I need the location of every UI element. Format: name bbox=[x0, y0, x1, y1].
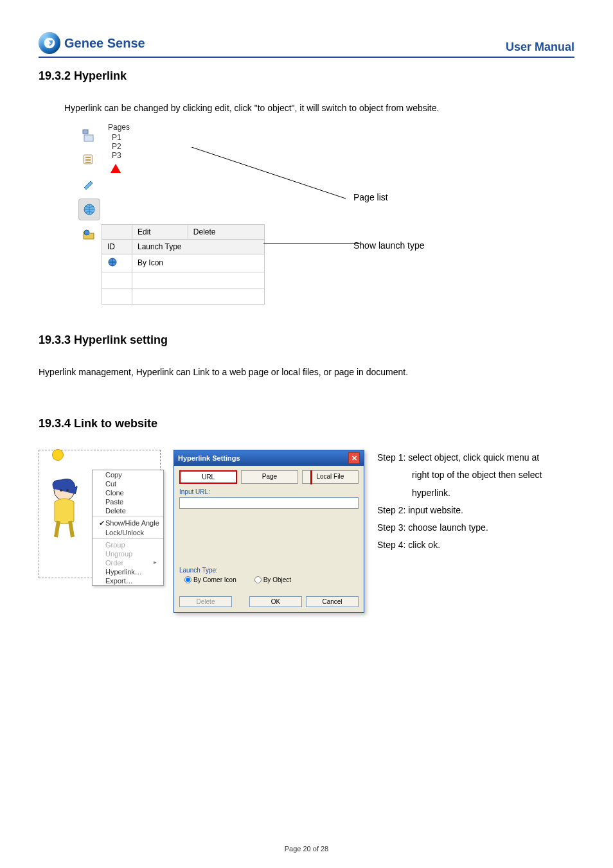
svg-rect-0 bbox=[83, 130, 88, 134]
figure-page-panel: Pages P1 P2 P3 Edit Delete ID Launch Typ… bbox=[77, 121, 574, 321]
hyperlink-dialog: Hyperlink Settings ✕ URL Page Local File… bbox=[173, 450, 364, 613]
cancel-button[interactable]: Cancel bbox=[306, 596, 359, 607]
step-4: Step 4: click ok. bbox=[377, 537, 574, 553]
brand-text: Genee Sense bbox=[64, 36, 145, 51]
menu-group: Group bbox=[93, 540, 163, 549]
brand: Genee Sense bbox=[39, 32, 145, 54]
delete-button: Delete bbox=[179, 596, 232, 607]
intro-1932: Hyperlink can be changed by clicking edi… bbox=[39, 102, 574, 115]
page-header: Genee Sense User Manual bbox=[39, 32, 574, 58]
heading-1932: 19.3.2 Hyperlink bbox=[39, 69, 574, 83]
toolbar-icon-folder[interactable] bbox=[78, 224, 99, 245]
heading-1934: 19.3.4 Link to website bbox=[39, 417, 574, 430]
table-row[interactable] bbox=[102, 288, 265, 304]
table-row[interactable]: By Icon bbox=[102, 254, 265, 272]
step-1a: Step 1: select object, click quick menu … bbox=[377, 450, 574, 466]
pages-header: Pages bbox=[102, 121, 265, 133]
menu-clone[interactable]: Clone bbox=[93, 488, 163, 497]
page-item-p2[interactable]: P2 bbox=[102, 142, 265, 151]
menu-showhide-angle[interactable]: ✔Show/Hide Angle bbox=[93, 518, 163, 528]
radio-by-icon[interactable]: By Corner Icon bbox=[184, 576, 236, 583]
dialog-titlebar: Hyperlink Settings ✕ bbox=[174, 450, 364, 466]
id-header: ID bbox=[102, 239, 132, 254]
menu-delete[interactable]: Delete bbox=[93, 506, 163, 515]
logo-icon bbox=[39, 32, 60, 54]
cartoon-image bbox=[42, 476, 87, 540]
toolbar-icon-globe[interactable] bbox=[78, 199, 100, 220]
menu-lock-unlock[interactable]: Lock/Unlock bbox=[93, 528, 163, 537]
input-url-label: Input URL: bbox=[179, 488, 359, 495]
row-launch-value: By Icon bbox=[132, 254, 265, 272]
intro-1933: Hyperlink management, Hyperlink can Link… bbox=[39, 366, 574, 379]
delete-column[interactable]: Delete bbox=[188, 224, 264, 239]
ok-button[interactable]: OK bbox=[249, 596, 302, 607]
menu-export[interactable]: Export… bbox=[93, 576, 163, 585]
close-button[interactable]: ✕ bbox=[348, 452, 360, 464]
dialog-title: Hyperlink Settings bbox=[178, 454, 240, 462]
step-1c: hyperlink. bbox=[377, 485, 574, 501]
table-row[interactable] bbox=[102, 272, 265, 288]
hyperlink-row-icon bbox=[107, 257, 118, 267]
step-3: Step 3: choose launch type. bbox=[377, 520, 574, 536]
url-input[interactable] bbox=[179, 497, 359, 509]
menu-paste[interactable]: Paste bbox=[93, 497, 163, 506]
menu-copy[interactable]: Copy bbox=[93, 470, 163, 479]
edit-column[interactable]: Edit bbox=[132, 224, 188, 239]
callout-line bbox=[263, 244, 360, 244]
heading-1933: 19.3.3 Hyperlink setting bbox=[39, 333, 574, 347]
toolbar-icon-draw[interactable] bbox=[78, 174, 99, 195]
menu-hyperlink[interactable]: Hyperlink… bbox=[93, 567, 163, 576]
step-2: Step 2: input website. bbox=[377, 502, 574, 518]
launch-type-label: Launch Type: bbox=[179, 567, 359, 574]
tab-localfile[interactable]: Local File bbox=[302, 470, 359, 484]
callout-launchtype: Show launch type bbox=[353, 240, 425, 251]
svg-point-4 bbox=[84, 230, 89, 235]
radio-by-object[interactable]: By Object bbox=[254, 576, 291, 583]
menu-order: Order▸ bbox=[93, 558, 163, 567]
steps-text: Step 1: select object, click quick menu … bbox=[377, 450, 574, 554]
page-item-p1[interactable]: P1 bbox=[102, 133, 265, 142]
step-1b: right top of the object then select bbox=[377, 467, 574, 483]
toolbar-icon-pages[interactable] bbox=[78, 125, 99, 146]
manual-label: User Manual bbox=[506, 40, 574, 54]
menu-cut[interactable]: Cut bbox=[93, 479, 163, 488]
svg-point-8 bbox=[60, 489, 62, 492]
page-item-p3[interactable]: P3 bbox=[102, 151, 265, 160]
toolbar-icon-layers[interactable] bbox=[78, 150, 99, 170]
menu-ungroup: Ungroup bbox=[93, 549, 163, 558]
svg-rect-1 bbox=[84, 135, 93, 141]
figure-context-menu: Copy Cut Clone Paste Delete ✔Show/Hide A… bbox=[39, 450, 161, 578]
callout-pagelist: Page list bbox=[353, 192, 388, 202]
svg-point-9 bbox=[66, 489, 69, 492]
context-menu: Copy Cut Clone Paste Delete ✔Show/Hide A… bbox=[92, 470, 164, 586]
red-arrow-icon bbox=[111, 164, 121, 173]
quick-menu-icon[interactable] bbox=[52, 449, 64, 461]
page-number: Page 20 of 28 bbox=[0, 845, 613, 853]
tab-page[interactable]: Page bbox=[241, 470, 298, 484]
launchtype-header: Launch Type bbox=[132, 239, 265, 254]
tab-url[interactable]: URL bbox=[179, 470, 237, 484]
